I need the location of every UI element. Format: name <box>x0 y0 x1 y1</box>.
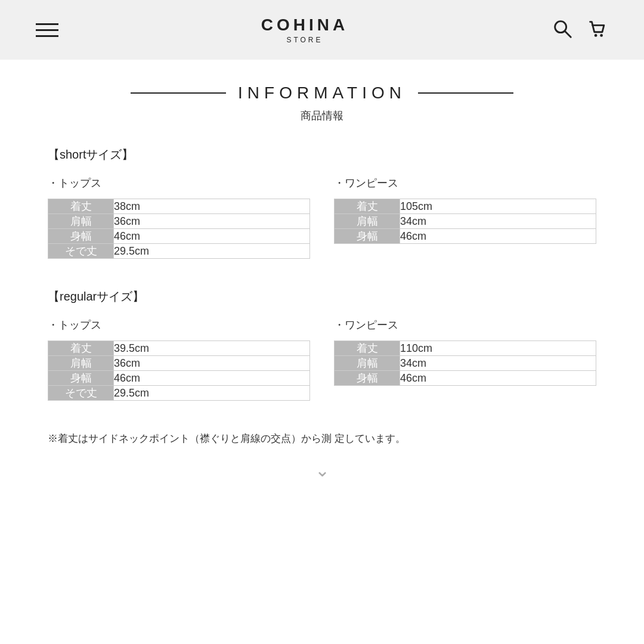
search-icon[interactable] <box>551 17 574 42</box>
short-tops-table: 着丈 38cm 肩幅 36cm 身幅 46cm そで丈 29.5cm <box>48 199 310 259</box>
short-size-section: 【shortサイズ】 ・トップス 着丈 38cm 肩幅 36cm 身幅 46cm… <box>48 147 596 259</box>
regular-size-section: 【regularサイズ】 ・トップス 着丈 39.5cm 肩幅 36cm 身幅 … <box>48 289 596 401</box>
cell-label: 肩幅 <box>335 214 400 229</box>
main-content: INFORMATION 商品情報 【shortサイズ】 ・トップス 着丈 38c… <box>0 60 644 516</box>
cell-label: 着丈 <box>335 341 400 356</box>
title-line-right <box>418 92 513 94</box>
cell-label: 身幅 <box>335 371 400 386</box>
cell-value: 29.5cm <box>114 386 310 401</box>
cell-label: 肩幅 <box>48 214 114 229</box>
cell-value: 46cm <box>400 371 596 386</box>
table-row: 身幅 46cm <box>335 229 596 244</box>
scroll-hint: ⌄ <box>48 460 596 481</box>
cell-label: そで丈 <box>48 244 114 259</box>
cell-value: 46cm <box>114 371 310 386</box>
cell-label: 身幅 <box>335 229 400 244</box>
cell-value: 34cm <box>400 214 596 229</box>
brand-name: COHINA <box>261 16 348 35</box>
regular-tops-table: 着丈 39.5cm 肩幅 36cm 身幅 46cm そで丈 29.5cm <box>48 340 310 401</box>
header-icons <box>551 17 608 42</box>
cell-label: そで丈 <box>48 386 114 401</box>
brand-sub: STORE <box>261 36 348 44</box>
cell-label: 肩幅 <box>48 356 114 371</box>
svg-point-3 <box>600 34 603 37</box>
cell-value: 105cm <box>400 199 596 214</box>
regular-tops-block: ・トップス 着丈 39.5cm 肩幅 36cm 身幅 46cm そで丈 29.5… <box>48 318 310 401</box>
cell-label: 肩幅 <box>335 356 400 371</box>
cell-value: 34cm <box>400 356 596 371</box>
cell-value: 29.5cm <box>114 244 310 259</box>
regular-tops-label: ・トップス <box>48 318 310 332</box>
svg-point-2 <box>595 34 597 37</box>
regular-tables-row: ・トップス 着丈 39.5cm 肩幅 36cm 身幅 46cm そで丈 29.5… <box>48 318 596 401</box>
cell-label: 身幅 <box>48 371 114 386</box>
table-row: 身幅 46cm <box>335 371 596 386</box>
short-size-title: 【shortサイズ】 <box>48 147 596 163</box>
table-row: 肩幅 34cm <box>335 214 596 229</box>
table-row: 着丈 110cm <box>335 341 596 356</box>
short-onepiece-label: ・ワンピース <box>334 176 596 190</box>
cell-value: 39.5cm <box>114 341 310 356</box>
cell-value: 36cm <box>114 356 310 371</box>
section-title-block: INFORMATION <box>48 83 596 103</box>
svg-line-1 <box>565 31 571 37</box>
short-tops-label: ・トップス <box>48 176 310 190</box>
page-subtitle: 商品情報 <box>48 109 596 123</box>
brand-logo: COHINA STORE <box>261 16 348 44</box>
cell-label: 身幅 <box>48 229 114 244</box>
short-tops-block: ・トップス 着丈 38cm 肩幅 36cm 身幅 46cm そで丈 29.5cm <box>48 176 310 259</box>
cell-value: 46cm <box>114 229 310 244</box>
table-row: 肩幅 36cm <box>48 214 310 229</box>
header: COHINA STORE <box>0 0 644 60</box>
cell-label: 着丈 <box>48 341 114 356</box>
cart-icon[interactable] <box>586 17 608 42</box>
table-row: 着丈 38cm <box>48 199 310 214</box>
short-onepiece-table: 着丈 105cm 肩幅 34cm 身幅 46cm <box>334 199 596 244</box>
regular-size-title: 【regularサイズ】 <box>48 289 596 305</box>
table-row: 肩幅 36cm <box>48 356 310 371</box>
menu-button[interactable] <box>36 23 58 37</box>
cell-label: 着丈 <box>335 199 400 214</box>
table-row: 身幅 46cm <box>48 371 310 386</box>
table-row: そで丈 29.5cm <box>48 386 310 401</box>
note-text: ※着丈はサイドネックポイント（襟ぐりと肩線の交点）から測 定しています。 <box>48 431 596 448</box>
regular-onepiece-block: ・ワンピース 着丈 110cm 肩幅 34cm 身幅 46cm <box>334 318 596 386</box>
cell-label: 着丈 <box>48 199 114 214</box>
title-line-left <box>131 92 226 94</box>
cell-value: 36cm <box>114 214 310 229</box>
table-row: 身幅 46cm <box>48 229 310 244</box>
table-row: 着丈 105cm <box>335 199 596 214</box>
short-tables-row: ・トップス 着丈 38cm 肩幅 36cm 身幅 46cm そで丈 29.5cm… <box>48 176 596 259</box>
cell-value: 38cm <box>114 199 310 214</box>
table-row: そで丈 29.5cm <box>48 244 310 259</box>
page-title: INFORMATION <box>238 83 406 103</box>
cell-value: 46cm <box>400 229 596 244</box>
table-row: 肩幅 34cm <box>335 356 596 371</box>
cell-value: 110cm <box>400 341 596 356</box>
regular-onepiece-label: ・ワンピース <box>334 318 596 332</box>
regular-onepiece-table: 着丈 110cm 肩幅 34cm 身幅 46cm <box>334 340 596 386</box>
table-row: 着丈 39.5cm <box>48 341 310 356</box>
short-onepiece-block: ・ワンピース 着丈 105cm 肩幅 34cm 身幅 46cm <box>334 176 596 244</box>
